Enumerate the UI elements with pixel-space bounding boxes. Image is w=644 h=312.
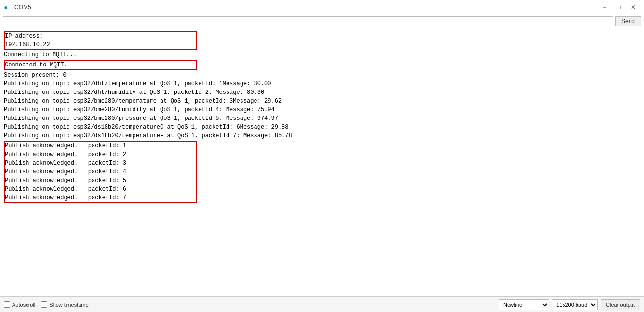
output-line: Publish acknowledged. packetId: 4 [5, 168, 196, 176]
autoscroll-label[interactable]: Autoscroll [12, 302, 35, 308]
output-line: Publishing on topic esp32/dht/humidity a… [4, 88, 640, 97]
output-line: Connecting to MQTT... [4, 51, 640, 59]
autoscroll-group: Autoscroll [4, 301, 35, 308]
output-line: Publish acknowledged. packetId: 2 [5, 150, 196, 159]
output-line: Publish acknowledged. packetId: 3 [5, 159, 196, 168]
window-title: COM5 [14, 4, 31, 11]
serial-input[interactable] [3, 16, 613, 26]
output-line: Publishing on topic esp32/bme280/pressur… [4, 114, 640, 123]
minimize-button[interactable]: − [598, 2, 611, 12]
timestamp-group: Show timestamp [41, 301, 88, 308]
title-bar-left: ● COM5 [4, 3, 31, 11]
timestamp-label[interactable]: Show timestamp [49, 302, 88, 308]
output-line: Publishing on topic esp32/ds18b20/temper… [4, 131, 640, 140]
status-bar: Autoscroll Show timestamp No line ending… [0, 297, 644, 312]
output-lines: IP address:192.168.10.22Connecting to MQ… [4, 30, 640, 204]
status-bar-right: No line endingNewlineCarriage returnBoth… [499, 299, 640, 310]
output-line: 192.168.10.22 [5, 40, 196, 49]
app-icon: ● [4, 3, 12, 11]
timestamp-checkbox[interactable] [41, 301, 47, 308]
highlighted-block: Publish acknowledged. packetId: 1Publish… [4, 141, 197, 203]
send-button[interactable]: Send [615, 16, 641, 26]
input-bar: Send [0, 14, 644, 28]
output-line: Publishing on topic esp32/dht/temperatur… [4, 79, 640, 88]
clear-output-button[interactable]: Clear output [601, 299, 640, 310]
output-line: IP address: [5, 32, 196, 40]
highlighted-block: Connected to MQTT. [4, 60, 197, 70]
highlighted-block: IP address:192.168.10.22 [4, 31, 197, 50]
output-line: Publish acknowledged. packetId: 7 [5, 194, 196, 202]
baud-rate-select[interactable]: 300 baud1200 baud2400 baud4800 baud9600 … [552, 299, 598, 310]
output-line: Connected to MQTT. [5, 61, 196, 69]
output-line: Publish acknowledged. packetId: 5 [5, 176, 196, 185]
window-controls: − □ ✕ [598, 2, 640, 12]
output-line: Publishing on topic esp32/bme280/tempera… [4, 97, 640, 105]
output-line: Publish acknowledged. packetId: 6 [5, 185, 196, 194]
output-line: Publishing on topic esp32/ds18b20/temper… [4, 123, 640, 131]
newline-select[interactable]: No line endingNewlineCarriage returnBoth… [499, 299, 549, 310]
maximize-button[interactable]: □ [612, 2, 626, 12]
autoscroll-checkbox[interactable] [4, 301, 10, 308]
close-button[interactable]: ✕ [627, 2, 640, 12]
output-line: Publishing on topic esp32/bme280/humidit… [4, 105, 640, 114]
output-line: Session present: 0 [4, 71, 640, 79]
output-line: Publish acknowledged. packetId: 1 [5, 142, 196, 150]
title-bar: ● COM5 − □ ✕ [0, 0, 644, 14]
output-area[interactable]: IP address:192.168.10.22Connecting to MQ… [0, 28, 644, 297]
